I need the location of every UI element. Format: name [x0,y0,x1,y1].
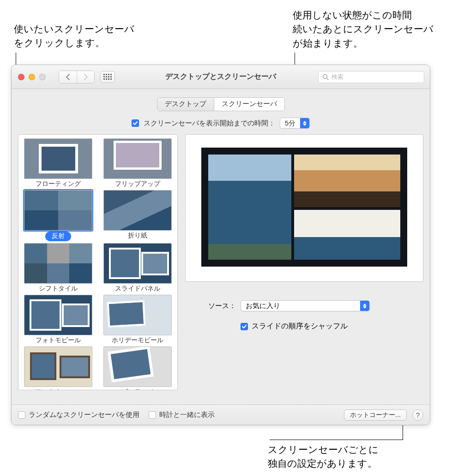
saver-photomobile[interactable]: フォトモビール [22,295,94,345]
thumb-icon [103,190,172,231]
saver-flipup[interactable]: フリップアップ [102,138,174,188]
minimize-icon[interactable] [29,74,35,80]
search-field[interactable] [318,71,424,83]
saver-label: フォトモビール [22,336,94,345]
shuffle-label: スライドの順序をシャッフル [252,321,348,331]
zoom-icon [39,74,46,80]
preview-area [185,134,423,282]
thumb-icon [24,138,92,179]
saver-label: スライドパネル [102,285,174,293]
show-all-button[interactable] [100,71,115,83]
window-title: デスクトップとスクリーンセーバ [165,72,276,82]
saver-origami[interactable]: 折り紙 [102,190,174,241]
bracket-line [270,440,403,440]
saver-photowall[interactable]: フォトウォール [22,346,94,390]
back-button[interactable] [59,71,77,83]
thumb-icon [103,243,172,284]
tab-control: デスクトップ スクリーンセーバ [12,97,430,111]
check-icon [241,324,247,329]
saver-holidaymobile[interactable]: ホリデーモビール [102,295,174,345]
saver-slidepanel[interactable]: スライドパネル [102,243,174,293]
updown-icon [300,118,309,128]
prefs-window: デスクトップとスクリーンセーバ デスクトップ スクリーンセーバ スクリーンセーバ… [11,65,430,425]
hot-corners-button[interactable]: ホットコーナー... [344,410,407,421]
saver-label: シフトタイル [22,285,94,293]
source-label: ソース： [204,302,236,310]
saver-vintage[interactable]: ビンテージ [102,346,174,390]
thumb-icon [103,295,172,335]
callout-topright: 使用しない状態がこの時間 続いたあとにスクリーンセーバ が始まります。 [293,8,434,50]
saver-label: ビンテージ [102,388,174,390]
start-after-row: スクリーンセーバを表示開始までの時間： 5分 [12,118,430,129]
saver-floating[interactable]: フローティング [22,138,94,188]
random-label: ランダムなスクリーンセーバを使用 [29,411,139,419]
thumb-icon [103,138,172,179]
help-button[interactable]: ? [412,410,423,421]
clock-label: 時計と一緒に表示 [159,411,215,419]
preview-pane: ソース： お気に入り スライドの順序をシャッフル [185,134,423,390]
saver-label: 反射 [45,232,71,241]
source-popup[interactable]: お気に入り [241,300,370,311]
saver-shifttile[interactable]: シフトタイル [22,243,94,293]
search-input[interactable] [331,73,420,80]
callout-topleft: 使いたいスクリーンセーバ をクリックします。 [14,22,134,50]
svg-line-1 [327,78,329,80]
traffic-lights [18,74,46,80]
check-icon [133,120,138,126]
source-value: お気に入り [241,302,360,310]
start-after-checkbox[interactable] [132,119,139,127]
thumb-icon [103,346,172,387]
close-icon[interactable] [18,74,24,80]
start-after-value: 5分 [280,119,300,128]
thumb-icon [24,190,92,231]
thumb-icon [24,295,92,335]
search-icon [322,74,329,80]
forward-button[interactable] [77,71,94,83]
preview-image [201,148,407,267]
start-after-label: スクリーンセーバを表示開始までの時間： [144,119,275,128]
titlebar: デスクトップとスクリーンセーバ [12,65,430,89]
saver-reflection[interactable]: 反射 [22,190,94,241]
updown-icon [360,301,369,311]
grid-icon [103,74,112,80]
saver-label: ホリデーモビール [102,336,174,345]
shuffle-checkbox[interactable] [241,323,248,330]
bottom-bar: ランダムなスクリーンセーバを使用 時計と一緒に表示 ホットコーナー... ? [12,405,430,425]
thumb-icon [24,346,92,387]
saver-label: フローティング [22,180,94,188]
thumb-icon [24,243,92,284]
saver-label: フリップアップ [102,180,174,188]
saver-label: フォトウォール [22,388,94,390]
tab-desktop[interactable]: デスクトップ [157,98,214,111]
clock-checkbox[interactable] [149,411,156,419]
saver-label: 折り紙 [102,232,174,240]
nav-buttons [59,71,95,83]
screensaver-list[interactable]: フローティング フリップアップ 反射 折り紙 [18,134,178,390]
tab-screensaver[interactable]: スクリーンセーバ [214,98,284,111]
start-after-popup[interactable]: 5分 [280,118,310,129]
callout-bottomright: スクリーンセーバごとに 独自の設定があります。 [268,443,379,471]
random-checkbox[interactable] [18,411,25,419]
